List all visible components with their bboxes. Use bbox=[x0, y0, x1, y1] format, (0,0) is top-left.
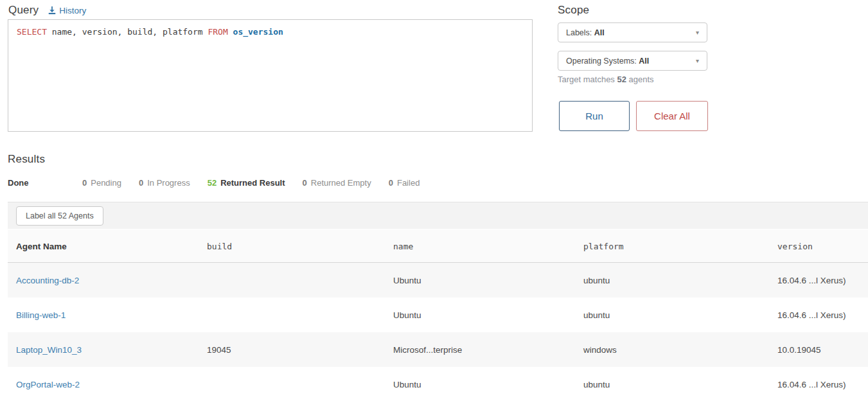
sql-from-keyword: FROM bbox=[208, 27, 227, 37]
cell-version: 16.04.6 ...l Xerus) bbox=[777, 310, 868, 320]
operating-systems-dropdown[interactable]: Operating Systems: All ▾ bbox=[558, 51, 707, 71]
table-body: Accounting-db-2 Ubuntu ubuntu 16.04.6 ..… bbox=[8, 263, 868, 401]
cell-name: Microsof...terprise bbox=[393, 345, 583, 355]
cell-platform: ubuntu bbox=[583, 310, 777, 320]
column-header-name: name bbox=[393, 242, 583, 251]
label-all-agents-button[interactable]: Label all 52 Agents bbox=[16, 206, 103, 226]
sql-columns-text: name, version, build, platform bbox=[47, 27, 208, 37]
chevron-down-icon: ▾ bbox=[696, 30, 699, 36]
query-title: Query bbox=[8, 4, 39, 17]
os-dropdown-text: Operating Systems: All bbox=[566, 57, 649, 66]
history-link[interactable]: History bbox=[48, 6, 86, 15]
counter-failed: 0Failed bbox=[389, 178, 420, 188]
table-toolbar: Label all 52 Agents bbox=[8, 202, 868, 230]
table-row: Accounting-db-2 Ubuntu ubuntu 16.04.6 ..… bbox=[8, 263, 868, 298]
status-done-label: Done bbox=[8, 178, 82, 188]
cell-build: 19045 bbox=[207, 345, 393, 355]
cell-platform: windows bbox=[583, 345, 777, 355]
query-header: Query History bbox=[8, 4, 86, 17]
counter-returned-empty: 0Returned Empty bbox=[303, 178, 371, 188]
table-row: Billing-web-1 Ubuntu ubuntu 16.04.6 ...l… bbox=[8, 298, 868, 332]
cell-name: Ubuntu bbox=[393, 276, 583, 285]
labels-dropdown-text: Labels: All bbox=[566, 28, 605, 37]
column-header-platform: platform bbox=[583, 242, 777, 251]
agent-name-link[interactable]: OrgPortal-web-2 bbox=[16, 380, 80, 389]
column-header-build: build bbox=[207, 242, 393, 251]
column-header-version: version bbox=[777, 242, 868, 251]
os-dropdown-value: All bbox=[639, 57, 649, 66]
cell-name: Ubuntu bbox=[393, 380, 583, 389]
history-download-icon bbox=[48, 6, 57, 15]
scope-actions: Run Clear All bbox=[559, 101, 708, 131]
cell-platform: ubuntu bbox=[583, 276, 777, 285]
column-header-agent-name: Agent Name bbox=[16, 242, 207, 251]
chevron-down-icon: ▾ bbox=[696, 58, 699, 64]
results-title: Results bbox=[8, 153, 45, 166]
scope-title: Scope bbox=[558, 4, 589, 17]
run-button[interactable]: Run bbox=[559, 101, 630, 131]
target-matches-count: 52 bbox=[617, 75, 626, 84]
counter-in-progress: 0In Progress bbox=[139, 178, 190, 188]
table-row: Laptop_Win10_3 19045 Microsof...terprise… bbox=[8, 332, 868, 367]
target-matches-text: Target matches 52 agents bbox=[558, 75, 654, 84]
cell-name: Ubuntu bbox=[393, 310, 583, 320]
counter-returned-result: 52Returned Result bbox=[208, 178, 285, 188]
cell-version: 10.0.19045 bbox=[777, 345, 868, 355]
table-row: OrgPortal-web-2 Ubuntu ubuntu 16.04.6 ..… bbox=[8, 367, 868, 401]
os-dropdown-label: Operating Systems: bbox=[566, 57, 637, 66]
results-table: Label all 52 Agents Agent Name build nam… bbox=[8, 202, 868, 401]
cell-version: 16.04.6 ...l Xerus) bbox=[777, 380, 868, 389]
results-status-row: Done 0Pending 0In Progress 52Returned Re… bbox=[8, 178, 437, 188]
table-header-row: Agent Name build name platform version bbox=[8, 230, 868, 263]
sql-table-name: os_version bbox=[228, 27, 283, 37]
labels-dropdown[interactable]: Labels: All ▾ bbox=[558, 22, 707, 42]
sql-select-keyword: SELECT bbox=[17, 27, 47, 37]
counter-pending: 0Pending bbox=[82, 178, 121, 188]
history-link-label: History bbox=[59, 6, 86, 15]
agent-name-link[interactable]: Laptop_Win10_3 bbox=[16, 345, 82, 355]
cell-platform: ubuntu bbox=[583, 380, 777, 389]
labels-dropdown-label: Labels: bbox=[566, 28, 592, 37]
labels-dropdown-value: All bbox=[594, 28, 605, 37]
agent-name-link[interactable]: Billing-web-1 bbox=[16, 310, 66, 320]
sql-query-editor[interactable]: SELECT name, version, build, platform FR… bbox=[8, 19, 533, 132]
agent-name-link[interactable]: Accounting-db-2 bbox=[16, 276, 79, 285]
cell-version: 16.04.6 ...l Xerus) bbox=[777, 276, 868, 285]
clear-all-button[interactable]: Clear All bbox=[636, 101, 708, 131]
